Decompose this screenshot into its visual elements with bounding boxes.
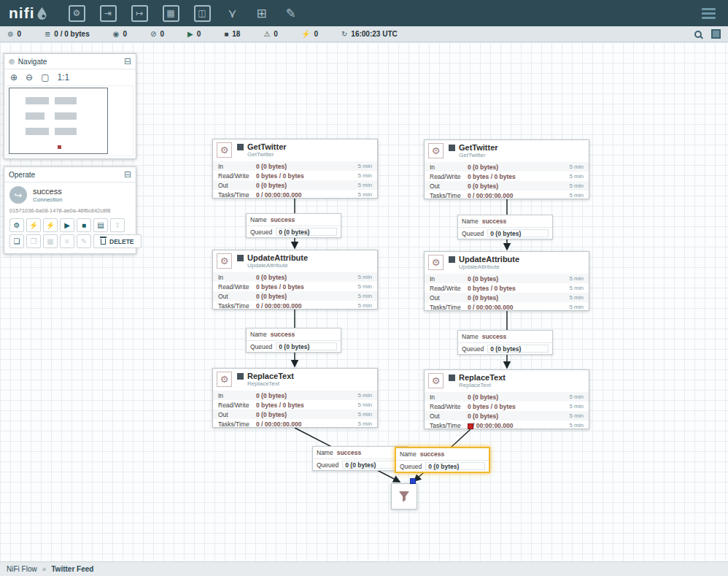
nifi-app: nifi ⚙ ⇥ ↦ ▦ ◫ ⋎ ⊞ [0,0,728,576]
flow-canvas[interactable]: ⚙ GetTwitter GetTwitter In 0 (0 bytes) 5… [0,42,728,561]
stat-row-in: In 0 (0 bytes) 5 min [213,161,377,171]
birdseye-minimap[interactable] [7,85,133,156]
processor-name: ReplaceText [247,372,294,380]
status-item: ⊚ 0 [7,30,21,38]
stat-row-in: In 0 (0 bytes) 5 min [425,162,589,172]
stat-row-out: Out 0 (0 bytes) 5 min [425,181,589,191]
processor-type-icon: ⚙ [217,142,232,158]
processor-type-icon: ⚙ [217,253,232,269]
processor-type-icon: ⚙ [428,255,444,270]
operate-title: Operate [9,171,35,179]
status-item: ≣ 0 / 0 bytes [44,30,90,38]
minimap-block [26,97,49,104]
trash-icon [101,239,106,245]
stat-row-in: In 0 (0 bytes) 5 min [425,274,589,283]
status-item: ⊘ 0 [150,30,164,38]
stat-row-tasks: Tasks/Time 0 / 00:00:00.000 5 min [425,191,589,200]
breadcrumb-root[interactable]: NiFi Flow [7,565,37,573]
nifi-drop-icon [37,7,47,20]
stat-row-out: Out 0 (0 bytes) 5 min [425,293,589,302]
navigate-title: Navigate [18,58,47,66]
processor[interactable]: ⚙ UpdateAttribute UpdateAttribute In 0 (… [424,251,589,311]
status-item: ↻ 16:00:23 UTC [341,30,398,38]
processor[interactable]: ⚙ GetTwitter GetTwitter In 0 (0 bytes) 5… [212,139,378,199]
status-value: 0 [197,30,201,38]
processor[interactable]: ⚙ UpdateAttribute UpdateAttribute In 0 (… [212,250,378,310]
navigate-icon: ◎ [9,58,15,65]
connection-queued: 0 (0 bytes) [276,228,337,236]
run-status-stopped-icon [449,145,455,151]
stat-row-tasks: Tasks/Time 0 / 00:00:00.000 5 min [425,421,589,430]
status-value: 0 [160,30,164,38]
connection-queued: 0 (0 bytes) [487,345,549,353]
stat-row-readwrite: Read/Write 0 bytes / 0 bytes 5 min [213,400,377,410]
status-item: ⚠ 0 [263,30,278,38]
minimap-block [55,128,77,135]
connection-queued: 0 (0 bytes) [276,342,337,350]
stat-row-readwrite: Read/Write 0 bytes / 0 bytes 5 min [425,402,589,411]
breadcrumb-current[interactable]: Twitter Feed [51,565,93,573]
processor-name: GetTwitter [459,143,498,152]
navigate-toolbar: ⊕ ⊖ ▢ 1:1 [4,69,136,84]
navigate-collapse-button[interactable]: ⊟ [124,56,131,66]
processor-name: GetTwitter [247,142,287,151]
connection-label[interactable]: Name success Queued 0 (0 bytes) [457,330,553,355]
stat-row-tasks: Tasks/Time 0 / 00:00:00.000 5 min [425,302,589,312]
global-menu-button[interactable] [698,4,719,23]
stopped-icon: ■ [224,30,228,38]
processor[interactable]: ⚙ ReplaceText ReplaceText In 0 (0 bytes)… [212,368,378,428]
stat-row-readwrite: Read/Write 0 bytes / 0 bytes 5 min [213,282,377,291]
active-threads-icon: ⊚ [7,30,13,38]
top-toolbar: nifi ⚙ ⇥ ↦ ▦ ◫ ⋎ ⊞ [0,0,728,26]
processor[interactable]: ⚙ ReplaceText ReplaceText In 0 (0 bytes)… [424,369,589,429]
disabled-icon: ⚡ [301,30,310,38]
status-item: ■ 18 [224,30,240,38]
operate-collapse-button[interactable]: ⊟ [124,169,131,180]
processor[interactable]: ⚙ GetTwitter GetTwitter In 0 (0 bytes) 5… [424,139,589,199]
processor-type: ReplaceText [459,382,506,389]
stat-row-tasks: Tasks/Time 0 / 00:00:00.000 5 min [213,190,377,199]
status-value: 0 / 0 bytes [54,30,89,38]
connection-label[interactable]: Name success Queued 0 (0 bytes) [395,447,490,473]
status-value: 0 [17,30,21,38]
stat-row-out: Out 0 (0 bytes) 5 min [213,180,377,190]
status-value: 18 [232,30,240,38]
connection-name: success [271,216,295,223]
run-status-stopped-icon [449,375,455,381]
connection-name: success [420,450,445,458]
run-status-stopped-icon [237,255,244,261]
connection-queued: 0 (0 bytes) [487,229,549,237]
navigate-panel: ◎ Navigate ⊟ ⊕ ⊖ ▢ 1:1 [4,53,136,159]
processor-type: GetTwitter [459,152,498,159]
breadcrumb: NiFi Flow » Twitter Feed [0,561,728,576]
delete-button[interactable]: DELETE [93,234,142,248]
stat-row-in: In 0 (0 bytes) 5 min [213,272,377,282]
selected-component-name: success [33,187,62,196]
connection-label[interactable]: Name success Queued 0 (0 bytes) [246,213,341,238]
connection-label[interactable]: Name success Queued 0 (0 bytes) [246,328,341,353]
breadcrumb-separator: » [42,565,47,573]
status-item: ⚡ 0 [301,30,318,38]
connection-label[interactable]: Name success Queued 0 (0 bytes) [312,446,408,471]
processor-type: UpdateAttribute [459,264,519,271]
processor-type: UpdateAttribute [247,262,308,269]
funnel[interactable] [391,483,417,510]
minimap-block [26,128,49,135]
connection-name: success [482,218,507,225]
minimap-block [55,97,77,104]
panel-toggle-button[interactable] [711,29,721,39]
run-status-stopped-icon [237,144,244,150]
connection-label[interactable]: Name success Queued 0 (0 bytes) [457,215,553,239]
status-value: 0 [123,30,127,38]
component-toolbar: ⚙ ⇥ ↦ ▦ ◫ ⋎ ⊞ ✎ [69,4,298,22]
stat-row-out: Out 0 (0 bytes) 5 min [213,291,377,301]
connection-name: success [271,331,295,338]
stat-row-readwrite: Read/Write 0 bytes / 0 bytes 5 min [425,283,589,293]
connection-type-icon: ↪ [9,186,27,204]
stat-row-readwrite: Read/Write 0 bytes / 0 bytes 5 min [425,172,589,181]
minimap-block [26,112,44,120]
processor-name: ReplaceText [459,373,506,382]
processor-type: ReplaceText [247,380,294,388]
search-icon[interactable] [694,31,702,38]
status-bar-right [694,29,721,39]
